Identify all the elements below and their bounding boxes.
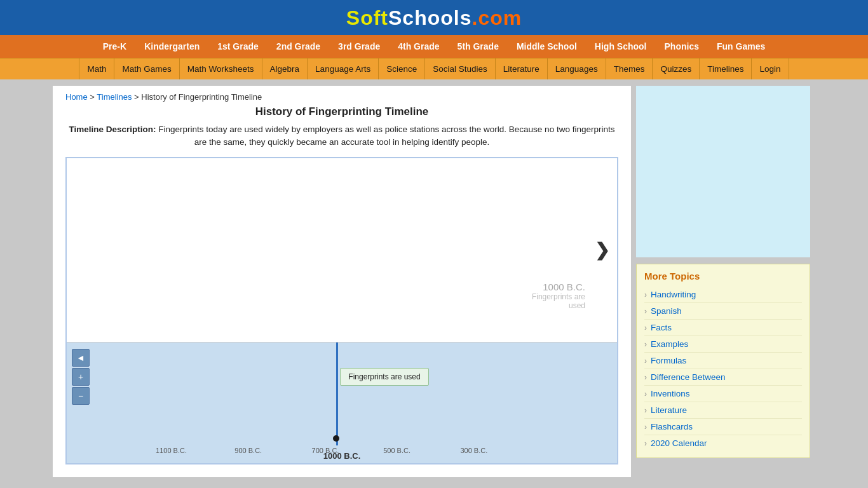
topic-literature[interactable]: Literature — [496, 58, 548, 79]
chevron-icon: › — [644, 373, 647, 382]
zoom-in-button[interactable]: + — [72, 368, 90, 386]
chevron-icon: › — [644, 390, 647, 398]
back-button[interactable]: ◄ — [72, 349, 90, 367]
more-topics-panel: More Topics › Handwriting › Spanish › Fa… — [636, 264, 810, 458]
more-topics-title: More Topics — [644, 271, 802, 281]
topic-item-facts[interactable]: › Facts — [644, 320, 802, 336]
timeline-year-label: 1000 B.C. Fingerprints are used — [532, 281, 585, 310]
topic-math-worksheets[interactable]: Math Worksheets — [180, 58, 262, 79]
site-logo[interactable]: SoftSchools.com — [0, 6, 868, 30]
zoom-in-icon: + — [78, 372, 83, 382]
topic-algebra[interactable]: Algebra — [262, 58, 308, 79]
event-tooltip: Fingerprints are used — [340, 368, 429, 386]
topic-link-2020-calendar[interactable]: 2020 Calendar — [651, 438, 707, 448]
topic-quizzes[interactable]: Quizzes — [653, 58, 700, 79]
site-header: SoftSchools.com — [0, 0, 868, 35]
topic-math[interactable]: Math — [79, 58, 114, 79]
chevron-icon: › — [644, 406, 647, 415]
desc-text: Fingerprints today are used widely by em… — [156, 125, 615, 147]
topic-item-examples[interactable]: › Examples — [644, 336, 802, 353]
nav-middle-school[interactable]: Middle School — [508, 35, 586, 58]
year-desc-2: used — [532, 301, 585, 310]
topic-social-studies[interactable]: Social Studies — [425, 58, 496, 79]
grade-navigation: Pre-K Kindergarten 1st Grade 2nd Grade 3… — [0, 35, 868, 58]
timeline-marker-line — [336, 342, 338, 445]
nav-phonics[interactable]: Phonics — [656, 35, 708, 58]
topic-navigation: Math Math Games Math Worksheets Algebra … — [0, 58, 868, 79]
year-desc-1: Fingerprints are — [532, 292, 585, 301]
topic-science[interactable]: Science — [379, 58, 425, 79]
topic-item-formulas[interactable]: › Formulas — [644, 353, 802, 369]
main-layout: Home > Timelines > History of Fingerprin… — [53, 79, 815, 484]
topic-item-handwriting[interactable]: › Handwriting — [644, 287, 802, 303]
chevron-icon: › — [644, 340, 647, 349]
chevron-icon: › — [644, 323, 647, 332]
logo-dot: . — [471, 6, 478, 29]
topic-link-flashcards[interactable]: Flashcards — [651, 422, 693, 431]
topic-link-inventions[interactable]: Inventions — [651, 389, 690, 398]
topic-item-literature[interactable]: › Literature — [644, 402, 802, 419]
timeline-controls: ◄ + − — [72, 349, 90, 405]
topic-item-spanish[interactable]: › Spanish — [644, 303, 802, 320]
topic-link-difference-between[interactable]: Difference Between — [651, 372, 726, 382]
year-text: 1000 B.C. — [532, 281, 585, 292]
chevron-icon: › — [644, 307, 647, 316]
next-arrow-button[interactable]: ❯ — [595, 240, 609, 261]
bottom-year-label: 1000 B.C. — [323, 451, 361, 461]
topic-language-arts[interactable]: Language Arts — [308, 58, 379, 79]
topic-link-facts[interactable]: Facts — [651, 323, 672, 332]
chevron-icon: › — [644, 290, 647, 299]
logo-schools: Schools — [388, 6, 471, 29]
ruler-label-300: 300 B.C. — [460, 447, 487, 454]
timeline-marker-dot — [333, 435, 339, 442]
desc-label: Timeline Description: — [69, 125, 156, 134]
timeline-description: Timeline Description: Fingerprints today… — [65, 123, 618, 149]
nav-5th-grade[interactable]: 5th Grade — [449, 35, 508, 58]
breadcrumb-home[interactable]: Home — [65, 92, 88, 102]
topic-link-formulas[interactable]: Formulas — [651, 356, 686, 365]
topic-item-inventions[interactable]: › Inventions — [644, 386, 802, 402]
breadcrumb: Home > Timelines > History of Fingerprin… — [65, 92, 618, 102]
nav-3rd-grade[interactable]: 3rd Grade — [329, 35, 389, 58]
logo-soft: Soft — [346, 6, 388, 29]
zoom-out-button[interactable]: − — [72, 387, 90, 405]
topic-item-flashcards[interactable]: › Flashcards — [644, 419, 802, 435]
timeline-upper: ❯ 1000 B.C. Fingerprints are used — [67, 158, 617, 342]
timeline-container: ❯ 1000 B.C. Fingerprints are used ◄ + − — [65, 157, 618, 464]
ruler-label-900: 900 B.C. — [234, 447, 262, 454]
nav-2nd-grade[interactable]: 2nd Grade — [268, 35, 329, 58]
nav-high-school[interactable]: High School — [586, 35, 656, 58]
topic-item-2020-calendar[interactable]: › 2020 Calendar — [644, 435, 802, 451]
topic-link-handwriting[interactable]: Handwriting — [651, 290, 696, 299]
breadcrumb-current: History of Fingerprinting Timeline — [141, 92, 262, 102]
topic-math-games[interactable]: Math Games — [114, 58, 179, 79]
topic-link-examples[interactable]: Examples — [651, 339, 688, 349]
breadcrumb-timelines[interactable]: Timelines — [97, 92, 132, 102]
chevron-icon: › — [644, 356, 647, 365]
topic-themes[interactable]: Themes — [606, 58, 653, 79]
topic-timelines[interactable]: Timelines — [700, 58, 752, 79]
topic-languages[interactable]: Languages — [548, 58, 606, 79]
topic-item-difference-between[interactable]: › Difference Between — [644, 369, 802, 386]
topic-link-literature[interactable]: Literature — [651, 405, 687, 415]
logo-com: com — [478, 6, 522, 29]
page-title: History of Fingerprinting Timeline — [65, 105, 618, 118]
ruler-label-1100: 1100 B.C. — [156, 447, 187, 454]
timeline-lower: ◄ + − Fingerprints are used 1100 B.C. — [67, 342, 617, 463]
ruler-label-500: 500 B.C. — [383, 447, 410, 454]
topic-link-spanish[interactable]: Spanish — [651, 306, 682, 316]
nav-fun-games[interactable]: Fun Games — [708, 35, 774, 58]
advertisement-box — [636, 86, 810, 257]
chevron-icon: › — [644, 423, 647, 431]
chevron-icon: › — [644, 439, 647, 448]
nav-pre-k[interactable]: Pre-K — [94, 35, 135, 58]
zoom-out-icon: − — [78, 391, 83, 401]
content-area: Home > Timelines > History of Fingerprin… — [53, 86, 631, 477]
nav-kindergarten[interactable]: Kindergarten — [135, 35, 208, 58]
nav-1st-grade[interactable]: 1st Grade — [208, 35, 268, 58]
sidebar: More Topics › Handwriting › Spanish › Fa… — [631, 86, 815, 477]
nav-4th-grade[interactable]: 4th Grade — [389, 35, 448, 58]
topic-login[interactable]: Login — [752, 58, 789, 79]
